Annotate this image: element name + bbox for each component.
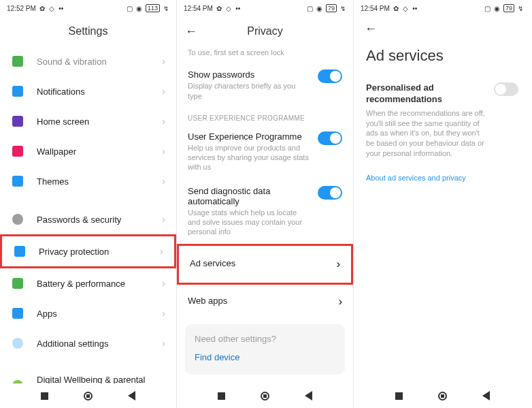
- nav-home-icon[interactable]: [437, 391, 447, 401]
- status-bar: 12:54 PM ✿ ◇ •• ▢ ◉ 79 ↯: [354, 0, 531, 16]
- page-title: Settings: [69, 25, 108, 37]
- wifi-icon: ◉: [316, 5, 323, 12]
- more-icon: ••: [235, 5, 242, 12]
- row-description: When the recommendations are off, you'll…: [366, 108, 487, 159]
- row-diagnostics[interactable]: Send diagnostic data automatically Usage…: [177, 179, 353, 244]
- privacy-list: To use, first set a screen lock Show pas…: [177, 46, 353, 383]
- more-settings-icon: [11, 336, 24, 350]
- settings-item-themes[interactable]: Themes ›: [0, 166, 176, 196]
- settings-item-notifications[interactable]: Notifications ›: [0, 76, 176, 106]
- toggle-show-passwords[interactable]: [318, 69, 342, 83]
- row-title: Web apps: [188, 296, 332, 306]
- item-label: Wallpaper: [37, 146, 162, 157]
- nav-recents-icon[interactable]: [40, 391, 50, 401]
- shield-icon: [11, 213, 24, 226]
- chevron-right-icon: ›: [337, 258, 340, 270]
- header: ← Privacy: [177, 16, 353, 46]
- charging-icon: ↯: [163, 5, 169, 12]
- toggle-uep[interactable]: [318, 131, 342, 145]
- wifi-icon: ◉: [494, 5, 501, 12]
- charging-icon: ↯: [339, 5, 346, 12]
- chevron-right-icon: ›: [162, 338, 165, 349]
- settings-list: Sound & vibration › Notifications › Home…: [0, 46, 176, 383]
- row-show-passwords[interactable]: Show passwords Display characters briefl…: [177, 63, 353, 108]
- apps-icon: [11, 307, 24, 320]
- location-icon: ◇: [48, 5, 55, 12]
- settings-item-battery[interactable]: Battery & performance ›: [0, 268, 176, 298]
- nav-back-icon[interactable]: [127, 391, 137, 401]
- wifi-icon: ◉: [136, 5, 143, 12]
- card-question: Need other settings?: [195, 334, 335, 344]
- chevron-right-icon: ›: [162, 146, 165, 157]
- settings-item-sound[interactable]: Sound & vibration ›: [0, 46, 176, 76]
- back-button[interactable]: ←: [365, 22, 377, 35]
- gear-icon: ✿: [216, 5, 222, 12]
- row-personalised-ads[interactable]: Personalised ad recommendations When the…: [354, 77, 531, 164]
- settings-item-homescreen[interactable]: Home screen ›: [0, 106, 176, 136]
- nav-home-icon[interactable]: [84, 391, 93, 401]
- nav-bar: [354, 383, 531, 408]
- status-bar: 12:54 PM ✿ ◇ •• ▢ ◉ 79 ↯: [177, 0, 353, 16]
- chevron-right-icon: ›: [162, 116, 165, 127]
- item-label: Additional settings: [37, 339, 162, 349]
- other-settings-card: Need other settings? Find device: [185, 324, 345, 375]
- item-label: Notifications: [37, 87, 162, 97]
- status-time: 12:54 PM: [184, 5, 213, 12]
- privacy-shield-icon: [13, 245, 27, 258]
- screen-lock-hint: To use, first set a screen lock: [177, 48, 353, 63]
- nav-back-icon[interactable]: [304, 391, 314, 401]
- home-icon: [11, 114, 24, 128]
- nav-home-icon[interactable]: [261, 391, 270, 401]
- row-ad-services[interactable]: Ad services ›: [177, 244, 353, 285]
- chevron-right-icon: ›: [162, 308, 165, 319]
- back-button[interactable]: ←: [185, 25, 197, 39]
- item-label: Passwords & security: [37, 215, 162, 225]
- toggle-personalised-ads[interactable]: [494, 82, 518, 96]
- find-device-link[interactable]: Find device: [195, 352, 335, 362]
- wallpaper-icon: [11, 144, 24, 158]
- settings-item-wallpaper[interactable]: Wallpaper ›: [0, 136, 176, 166]
- battery-icon: 113: [146, 4, 160, 12]
- row-title: Personalised ad recommendations: [366, 82, 487, 106]
- row-uep[interactable]: User Experience Programme Help us improv…: [177, 125, 353, 179]
- row-title: User Experience Programme: [188, 131, 311, 142]
- row-subtitle: Usage stats which help us locate and sol…: [188, 208, 311, 237]
- header: Settings: [0, 16, 176, 46]
- page-title: Ad services: [354, 42, 531, 77]
- settings-item-privacy[interactable]: Privacy protection ›: [0, 234, 176, 268]
- gear-icon: ✿: [39, 5, 46, 12]
- more-icon: ••: [412, 5, 418, 12]
- nav-recents-icon[interactable]: [394, 391, 403, 401]
- chevron-right-icon: ›: [160, 246, 163, 257]
- nav-bar: [177, 383, 353, 408]
- chevron-right-icon: ›: [162, 176, 165, 187]
- row-subtitle: Help us improve our products and service…: [188, 143, 311, 172]
- more-icon: ••: [58, 5, 65, 12]
- item-label: Home screen: [37, 116, 162, 127]
- nav-back-icon[interactable]: [481, 391, 491, 401]
- chevron-right-icon: ›: [162, 380, 165, 383]
- chevron-right-icon: ›: [162, 56, 165, 67]
- location-icon: ◇: [225, 5, 232, 12]
- settings-item-apps[interactable]: Apps ›: [0, 298, 176, 328]
- battery-icon: 79: [326, 4, 337, 12]
- notifications-icon: [11, 84, 24, 98]
- chevron-right-icon: ›: [162, 86, 165, 97]
- row-title: Send diagnostic data automatically: [188, 186, 311, 206]
- chevron-right-icon: ›: [162, 278, 165, 289]
- toggle-diagnostics[interactable]: [318, 186, 342, 200]
- sound-icon: [11, 54, 24, 68]
- about-ad-services-link[interactable]: About ad services and privacy: [354, 164, 531, 191]
- screen-ad-services: 12:54 PM ✿ ◇ •• ▢ ◉ 79 ↯ ← Ad services P…: [354, 0, 531, 408]
- nav-recents-icon[interactable]: [217, 391, 227, 401]
- status-bar: 12:52 PM ✿ ◇ •• ▢ ◉ 113 ↯: [0, 0, 176, 16]
- cast-icon: ▢: [484, 5, 491, 12]
- settings-item-wellbeing[interactable]: Digital Wellbeing & parental controls ›: [0, 366, 176, 383]
- row-web-apps[interactable]: Web apps ›: [177, 285, 353, 319]
- settings-item-additional[interactable]: Additional settings ›: [0, 328, 176, 358]
- wellbeing-icon: [11, 379, 24, 383]
- section-header-uep: USER EXPERIENCE PROGRAMME: [177, 108, 353, 125]
- row-subtitle: Display characters briefly as you type: [188, 81, 311, 101]
- settings-item-passwords[interactable]: Passwords & security ›: [0, 204, 176, 234]
- item-label: Digital Wellbeing & parental controls: [37, 375, 162, 383]
